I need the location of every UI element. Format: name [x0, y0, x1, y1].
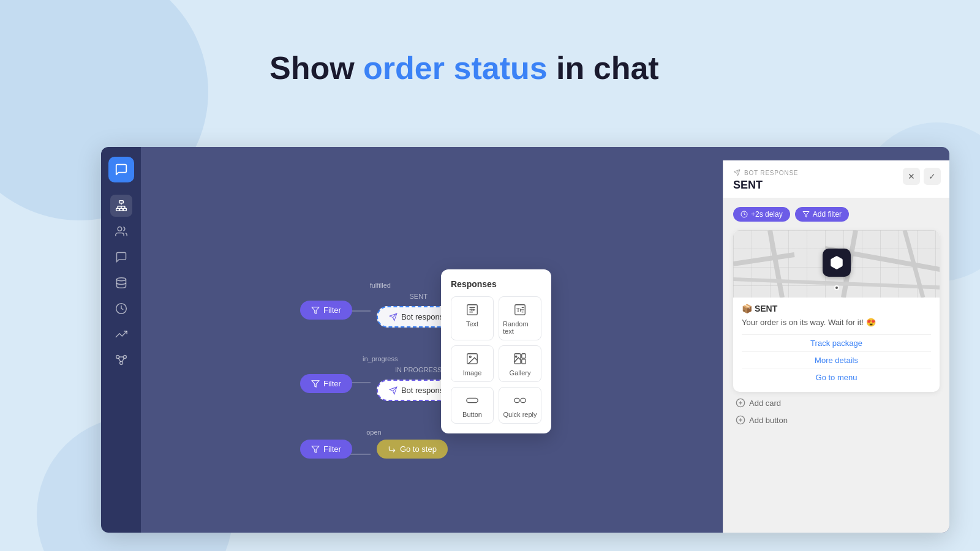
in-progress-label: in_progress — [300, 355, 461, 362]
card-message: Your order is on its way. Wait for it! 😍 — [742, 317, 931, 328]
response-item-gallery[interactable]: Gallery — [499, 345, 541, 382]
svg-point-43 — [515, 356, 516, 357]
responses-title: Responses — [451, 279, 541, 289]
svg-line-51 — [733, 255, 794, 264]
svg-rect-45 — [514, 398, 519, 402]
svg-line-16 — [118, 358, 120, 362]
svg-line-17 — [122, 358, 124, 362]
page-title: Show order status in chat — [0, 49, 980, 87]
sidebar-item-database[interactable] — [110, 272, 132, 294]
responses-modal: Responses Tt Text — [441, 269, 551, 433]
fulfilled-label: fulfilled — [300, 282, 461, 289]
sent-label: SENT — [410, 293, 428, 300]
response-item-random-text[interactable]: Tt Random text — [499, 296, 541, 340]
delay-tag[interactable]: +2s delay — [733, 207, 790, 222]
add-card-btn[interactable]: Add card — [736, 398, 781, 408]
main-ui-container: fulfilled Filter SENT Bot response in_pr… — [101, 147, 949, 533]
in-progress-nodes: Filter IN PROGRESS Bot response — [300, 366, 461, 401]
sidebar-item-analytics[interactable] — [110, 298, 132, 320]
random-text-response-icon: Tt — [513, 303, 527, 317]
svg-point-9 — [118, 227, 122, 231]
fulfilled-filter-btn[interactable]: Filter — [300, 301, 352, 320]
map-location-dot — [834, 285, 839, 290]
response-image-label: Image — [463, 369, 482, 377]
svg-text:Tt: Tt — [517, 307, 522, 313]
title-highlight: order status — [363, 50, 548, 86]
add-button-btn[interactable]: Add button — [736, 415, 788, 425]
gallery-response-icon — [513, 352, 527, 365]
svg-rect-41 — [522, 354, 526, 358]
canvas-area: fulfilled Filter SENT Bot response in_pr… — [141, 147, 949, 533]
map-card: 📦 SENT Your order is on its way. Wait fo… — [733, 230, 940, 392]
sidebar-item-trending[interactable] — [110, 323, 132, 345]
sidebar-logo[interactable] — [108, 157, 134, 182]
svg-rect-3 — [123, 208, 126, 211]
svg-line-52 — [770, 230, 782, 298]
sidebar-item-comments[interactable] — [110, 246, 132, 268]
in-progress-filter-btn[interactable]: Filter — [300, 374, 352, 393]
button-response-icon — [466, 394, 479, 407]
sidebar-item-integrations[interactable] — [110, 349, 132, 371]
responses-grid: Tt Text Tt Random text — [451, 296, 541, 424]
fulfilled-flow-row: fulfilled Filter SENT Bot response — [300, 282, 461, 328]
svg-text:Tt: Tt — [470, 307, 475, 312]
plus-circle-icon-2 — [736, 415, 745, 425]
fulfilled-nodes: Filter SENT Bot response — [300, 293, 461, 328]
svg-marker-27 — [312, 446, 319, 452]
svg-rect-42 — [522, 359, 526, 364]
card-link-track[interactable]: Track package — [742, 334, 931, 351]
sidebar-item-users[interactable] — [110, 220, 132, 242]
svg-rect-0 — [119, 201, 123, 203]
svg-marker-50 — [803, 212, 809, 217]
quick-reply-response-icon — [513, 394, 527, 407]
svg-marker-24 — [312, 380, 319, 387]
svg-rect-1 — [116, 208, 119, 211]
card-sent-title: 📦 SENT — [742, 304, 931, 313]
response-item-button[interactable]: Button — [451, 387, 494, 424]
open-label: open — [300, 429, 448, 436]
response-gallery-label: Gallery — [510, 369, 531, 377]
bot-panel-content: +2s delay Add filter — [723, 198, 949, 533]
response-quick-reply-label: Quick reply — [503, 411, 537, 418]
sidebar-item-org[interactable] — [110, 195, 132, 217]
title-prefix: Show — [270, 50, 363, 86]
svg-point-39 — [469, 356, 471, 358]
plus-circle-icon — [736, 398, 745, 408]
in-progress-bot-label: IN PROGRESS — [395, 366, 442, 373]
card-link-menu[interactable]: Go to menu — [742, 369, 931, 386]
bot-response-panel: ✕ ✓ BOT RESPONSE SENT +2s delay — [723, 160, 949, 533]
sidebar — [101, 147, 141, 533]
map-pin — [823, 249, 851, 277]
box-icon — [829, 255, 845, 271]
response-item-quick-reply[interactable]: Quick reply — [499, 387, 541, 424]
image-response-icon — [466, 352, 479, 365]
title-suffix: in chat — [548, 50, 659, 86]
svg-rect-2 — [119, 208, 123, 211]
svg-rect-44 — [467, 398, 478, 402]
response-item-text[interactable]: Tt Text — [451, 296, 494, 340]
open-filter-btn[interactable]: Filter — [300, 440, 352, 459]
svg-point-14 — [119, 362, 123, 365]
svg-point-12 — [116, 356, 119, 359]
open-flow-row: open Filter Go to step — [300, 429, 448, 459]
response-text-label: Text — [466, 320, 478, 328]
text-response-icon: Tt — [466, 303, 479, 317]
add-card-row: Add card — [733, 398, 940, 408]
card-link-details[interactable]: More details — [742, 351, 931, 369]
svg-rect-46 — [521, 398, 526, 402]
response-random-text-label: Random text — [503, 320, 537, 335]
bot-panel-check-btn[interactable]: ✓ — [924, 168, 941, 185]
add-filter-tag[interactable]: Add filter — [795, 207, 849, 222]
goto-step-btn[interactable]: Go to step — [377, 440, 448, 459]
svg-point-10 — [116, 278, 126, 281]
open-nodes: Filter Go to step — [300, 440, 448, 459]
svg-point-13 — [123, 356, 126, 359]
response-button-label: Button — [462, 411, 482, 418]
bot-panel-tags: +2s delay Add filter — [733, 207, 940, 222]
svg-marker-21 — [312, 307, 319, 313]
send-icon-small — [733, 169, 741, 176]
map-area — [733, 230, 940, 298]
bot-panel-close-btn[interactable]: ✕ — [903, 168, 920, 185]
card-content: 📦 SENT Your order is on its way. Wait fo… — [733, 298, 940, 392]
response-item-image[interactable]: Image — [451, 345, 494, 382]
